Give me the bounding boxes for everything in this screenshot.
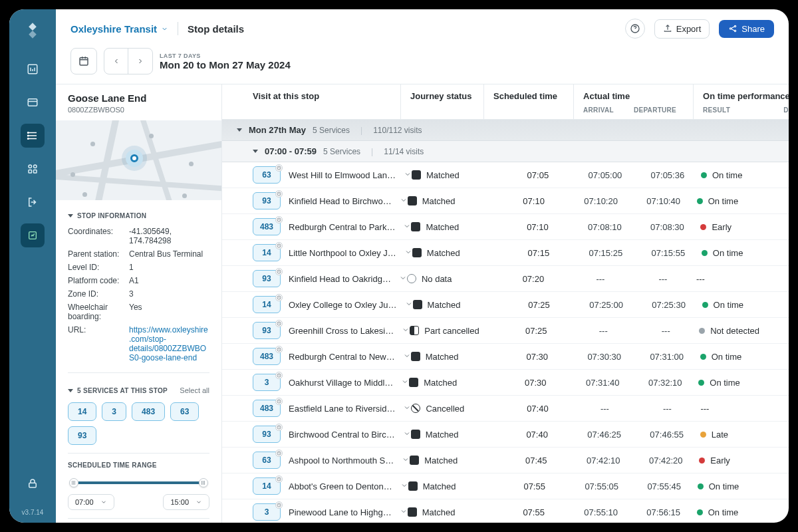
stop-info-header[interactable]: STOP INFORMATION [68,207,209,225]
service-badge[interactable]: 93 [253,426,281,443]
svg-rect-15 [80,58,88,65]
time-range-slider[interactable] [69,478,208,487]
journey-status-text: Matched [427,248,460,258]
nav-dashboard[interactable] [21,57,45,81]
nav-journeys[interactable] [21,90,45,114]
select-all-link[interactable]: Select all [180,386,209,394]
service-badge[interactable]: 14 [253,296,281,313]
next-range-button[interactable] [128,49,152,74]
scheduled-time: 07:40 [494,430,581,440]
service-badge[interactable]: 3 [253,503,281,521]
visit-row[interactable]: 14 Abbot's Green to Denton… Matched 07:5… [222,473,789,499]
visit-row[interactable]: 3 Pinewood Lane to Highg… Matched 07:55 … [222,499,789,523]
nav-logout[interactable] [21,190,45,214]
expand-row-button[interactable] [401,378,409,388]
expand-row-button[interactable] [403,352,411,362]
org-selector[interactable]: Oxleyshire Transit [70,23,168,35]
expand-row-button[interactable] [404,170,412,180]
service-badge[interactable]: 483 [253,348,281,365]
visit-row[interactable]: 14 Little Northpool to Oxley J… Matched … [222,240,789,266]
day-group-header[interactable]: Mon 27th May 5 Services | 110/112 visits [222,120,789,141]
th-arrival: ARRIVAL [583,106,614,114]
time-to-select[interactable]: 15:00 [163,494,209,510]
time-from-select[interactable]: 07:00 [68,494,114,510]
expand-row-button[interactable] [403,430,411,440]
otp-result-text: Late [712,430,728,440]
journey-status-text: Matched [424,378,457,388]
otp-result-text: Early [712,222,732,232]
visit-row[interactable]: 3 Oakhurst Village to Middl… Matched 07:… [222,370,789,396]
slider-handle-to[interactable] [199,478,208,487]
th-visit: Visit at this stop [253,91,391,101]
service-badge[interactable]: 93 [253,270,281,287]
service-badge[interactable]: 14 [253,477,281,495]
logo-icon [23,21,42,40]
share-button[interactable]: Share [719,20,774,38]
service-badge[interactable]: 63 [253,166,281,184]
visit-row[interactable]: 93 Greenhill Cross to Lakesi… Part cance… [222,318,789,344]
service-badge[interactable]: 93 [253,192,281,209]
journey-status-text: Matched [426,430,459,440]
th-result: RESULT [703,106,730,114]
parent-station-value: Central Bus Terminal [129,249,209,259]
export-button[interactable]: Export [654,19,710,39]
visit-row[interactable]: 63 West Hill to Elmwood Lan… Matched 07:… [222,162,789,188]
service-badge[interactable]: 3 [253,374,281,391]
visit-row[interactable]: 93 Birchwood Central to Birc… Matched 07… [222,422,789,448]
clock-badge-icon [275,424,283,431]
visit-row[interactable]: 93 Kinfield Head to Birchwo… Matched 07:… [222,188,789,214]
expand-row-button[interactable] [403,404,411,414]
prev-range-button[interactable] [104,49,128,74]
service-badge[interactable]: 483 [253,400,281,417]
service-pill-3[interactable]: 3 [102,402,126,421]
stop-url-link[interactable]: https://www.oxleyshire.com/stop-details/… [129,325,209,362]
journey-status-icon [411,430,420,439]
expand-row-button[interactable] [400,507,408,517]
service-pill-483[interactable]: 483 [132,402,165,421]
expand-row-button[interactable] [404,248,412,258]
clock-badge-icon [275,450,283,457]
service-pill-93[interactable]: 93 [68,426,96,445]
expand-row-button[interactable] [403,222,411,232]
service-badge[interactable]: 483 [253,218,281,235]
status-dot-icon [698,380,704,386]
expand-row-button[interactable] [402,326,410,336]
arrival-time: --- [579,326,627,336]
visit-row[interactable]: 483 Redburgh Central to New… Matched 07:… [222,344,789,370]
expand-row-button[interactable] [399,274,407,284]
nav-lock[interactable] [21,471,45,495]
calendar-button[interactable] [70,48,97,74]
visit-row[interactable]: 93 Kinfield Head to Oakridg… No data 07:… [222,266,789,292]
visit-row[interactable]: 483 Redburgh Central to Park… Matched 07… [222,214,789,240]
route-name: Oxley College to Oxley Ju… [289,300,397,310]
nav-widget[interactable] [21,223,45,247]
service-badge[interactable]: 93 [253,322,281,339]
nav-stops[interactable] [21,124,45,148]
help-button[interactable] [625,19,645,39]
service-badge[interactable]: 63 [253,452,281,469]
time-range-header: SCHEDULED TIME RANGE [68,462,209,469]
nav-services[interactable] [21,157,45,181]
services-header[interactable]: 5 SERVICES AT THIS STOP Select all [68,381,209,400]
service-pill-14[interactable]: 14 [68,402,96,421]
hour-group-header[interactable]: 07:00 - 07:59 5 Services | 11/14 visits [222,141,789,162]
deviation-value: +40s [788,248,789,258]
clock-badge-icon [275,501,283,509]
visit-row[interactable]: 63 Ashpool to Northmouth S… Matched 07:4… [222,448,789,473]
visit-row[interactable]: 14 Oxley College to Oxley Ju… Matched 07… [222,292,789,318]
service-pill-63[interactable]: 63 [170,402,199,421]
service-badge[interactable]: 14 [253,244,281,261]
expand-row-button[interactable] [400,196,408,206]
slider-handle-from[interactable] [69,478,78,487]
help-icon [630,23,640,34]
journey-status-icon [410,326,419,335]
stop-map[interactable] [56,120,221,200]
departure-time: --- [643,404,691,414]
deviation-value: +36s [787,170,789,180]
expand-row-button[interactable] [402,456,410,466]
nav-rail: v3.7.14 [9,9,56,523]
journey-status-icon [411,404,420,413]
expand-row-button[interactable] [400,481,408,491]
visit-row[interactable]: 483 Eastfield Lane to Riversid… Cancelle… [222,396,789,422]
expand-row-button[interactable] [405,300,413,310]
